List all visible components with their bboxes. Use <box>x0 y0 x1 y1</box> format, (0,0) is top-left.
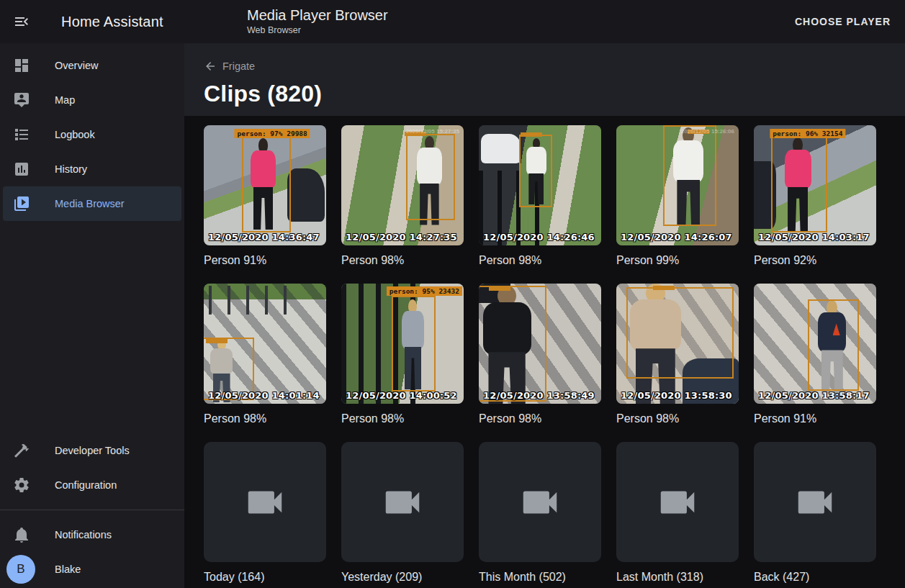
detection-bounding-box <box>242 136 291 232</box>
folder-card-last-month-318[interactable]: Last Month (318) <box>616 442 739 584</box>
folder-thumbnail[interactable] <box>479 442 601 562</box>
page-title-clips: Clips (820) <box>204 81 905 107</box>
clip-scene: 12/05/2020 13:58:49 <box>479 284 601 404</box>
clip-card[interactable]: person: 97% 29988 12/05/2020 14:36:47 Pe… <box>204 125 326 267</box>
clip-thumbnail[interactable]: 12/05/2020 14:01:14 <box>204 284 326 404</box>
detection-label-small <box>521 132 542 137</box>
clip-card[interactable]: 12/05/2020 13:58:30 Person 98% <box>616 284 739 425</box>
clip-scene: 2020/12/05 15:27:35 12/05/2020 14:27:35 <box>341 125 464 245</box>
clip-scene: 12/05/2020 14:01:14 <box>204 284 326 404</box>
detection-label-small <box>206 339 228 343</box>
clip-thumbnail[interactable]: person: 96% 32154 12/05/2020 14:03:17 <box>754 125 876 245</box>
media-browser-header: Frigate Clips (820) <box>184 43 905 116</box>
clip-scene: 2020/12/05 15:26:06 12/05/2020 14:26:07 <box>616 125 739 245</box>
clip-caption: Person 91% <box>754 412 876 425</box>
page-subtitle: Web Browser <box>247 25 388 35</box>
clip-thumbnail[interactable]: 12/05/2020 14:26:46 <box>479 125 601 245</box>
video-camera-icon <box>518 480 562 525</box>
app-header: Home Assistant Media Player Browser Web … <box>0 0 905 43</box>
avatar: B <box>6 555 35 584</box>
folder-card-back-427[interactable]: Back (427) <box>754 442 876 584</box>
sidebar-item-map[interactable]: Map <box>3 83 181 117</box>
folder-caption: This Month (502) <box>479 571 601 584</box>
sidebar-item-overview[interactable]: Overview <box>3 48 181 83</box>
clip-scene: person: 96% 32154 12/05/2020 14:03:17 <box>754 125 876 245</box>
clip-card[interactable]: 2020/12/05 15:27:35 12/05/2020 14:27:35 … <box>341 125 464 267</box>
detection-bounding-box <box>663 125 717 226</box>
folder-thumbnail[interactable] <box>754 442 876 562</box>
sidebar-item-label: Notifications <box>55 529 112 540</box>
sidebar-item-media-browser[interactable]: Media Browser <box>3 186 181 221</box>
detection-label: person: 96% 32154 <box>770 129 845 138</box>
media-browser-icon <box>13 195 30 212</box>
clip-timestamp-overlay: 12/05/2020 13:58:17 <box>758 390 870 401</box>
sidebar-item-user[interactable]: B Blake <box>3 552 181 587</box>
detection-bounding-box <box>479 286 546 401</box>
clip-card[interactable]: 12/05/2020 13:58:49 Person 98% <box>479 284 601 425</box>
folder-caption: Last Month (318) <box>616 571 739 584</box>
sidebar-item-logbook[interactable]: Logbook <box>3 117 181 152</box>
clip-thumbnail[interactable]: person: 97% 29988 12/05/2020 14:36:47 <box>204 125 326 245</box>
clip-timestamp-overlay: 12/05/2020 14:26:07 <box>621 232 732 243</box>
sidebar-toggle-button[interactable] <box>4 4 39 39</box>
folder-card-today-164[interactable]: Today (164) <box>204 442 326 584</box>
clip-caption: Person 92% <box>754 254 876 267</box>
sidebar-item-developer-tools[interactable]: Developer Tools <box>3 433 181 468</box>
map-account-icon <box>13 91 30 109</box>
clip-card[interactable]: 2020/12/05 15:26:06 12/05/2020 14:26:07 … <box>616 125 739 267</box>
history-chart-icon <box>13 160 30 178</box>
folder-card-this-month-502[interactable]: This Month (502) <box>479 442 601 584</box>
sidebar-item-notifications[interactable]: Notifications <box>3 517 181 552</box>
sidebar: Overview Map Logbook History Media Brows… <box>0 43 184 588</box>
detection-label-small <box>653 286 675 290</box>
hammer-icon <box>13 442 30 459</box>
clip-scene: 12/05/2020 14:26:46 <box>479 125 601 245</box>
clip-timestamp-overlay: 12/05/2020 14:00:52 <box>346 390 457 401</box>
logbook-list-icon <box>13 126 30 143</box>
clip-card[interactable]: person: 96% 32154 12/05/2020 14:03:17 Pe… <box>754 125 876 267</box>
clip-thumbnail[interactable]: 2020/12/05 15:26:06 12/05/2020 14:26:07 <box>616 125 739 245</box>
camera-corner-timestamp: 2020/12/05 15:27:35 <box>406 128 459 135</box>
choose-player-button[interactable]: CHOOSE PLAYER <box>789 10 896 33</box>
sidebar-item-configuration[interactable]: Configuration <box>3 468 181 502</box>
clip-thumbnail[interactable]: 12/05/2020 13:58:30 <box>616 284 739 404</box>
clip-thumbnail[interactable]: 12/05/2020 13:58:49 <box>479 284 601 404</box>
clip-scene: 12/05/2020 13:58:17 <box>754 284 876 404</box>
clip-card[interactable]: 12/05/2020 14:01:14 Person 98% <box>204 284 326 425</box>
clip-timestamp-overlay: 12/05/2020 14:36:47 <box>208 232 320 243</box>
scene-prop <box>481 134 520 164</box>
back-arrow-icon <box>204 60 217 73</box>
clip-timestamp-overlay: 12/05/2020 13:58:30 <box>621 390 732 401</box>
video-camera-icon <box>793 480 837 525</box>
camera-corner-timestamp: 2020/12/05 15:26:06 <box>681 128 734 135</box>
scene-prop-2 <box>209 286 289 315</box>
breadcrumb-back[interactable]: Frigate <box>204 60 255 73</box>
folder-thumbnail[interactable] <box>341 442 464 562</box>
video-camera-icon <box>243 480 287 525</box>
gear-icon <box>13 476 30 494</box>
clip-thumbnail[interactable]: 2020/12/05 15:27:35 12/05/2020 14:27:35 <box>341 125 464 245</box>
clip-thumbnail[interactable]: person: 95% 23432 12/05/2020 14:00:52 <box>341 284 464 404</box>
user-name: Blake <box>55 564 81 575</box>
detection-bounding-box <box>771 136 827 232</box>
detection-bounding-box <box>519 135 552 207</box>
folder-thumbnail[interactable] <box>616 442 739 562</box>
bell-icon <box>13 526 30 543</box>
clip-card[interactable]: person: 95% 23432 12/05/2020 14:00:52 Pe… <box>341 284 464 425</box>
folder-caption: Back (427) <box>754 571 876 584</box>
clip-scene: 12/05/2020 13:58:30 <box>616 284 739 404</box>
folder-caption: Yesterday (209) <box>341 571 464 584</box>
video-camera-icon <box>380 480 425 525</box>
sidebar-tool-items: Developer Tools Configuration <box>0 433 184 502</box>
sidebar-item-history[interactable]: History <box>3 152 181 186</box>
folder-thumbnail[interactable] <box>204 442 326 562</box>
detection-bounding-box <box>392 296 436 392</box>
clip-timestamp-overlay: 12/05/2020 14:26:46 <box>483 232 595 243</box>
clip-caption: Person 98% <box>479 254 601 267</box>
detection-label: person: 97% 29988 <box>235 129 310 138</box>
clip-card[interactable]: 12/05/2020 13:58:17 Person 91% <box>754 284 876 425</box>
clip-card[interactable]: 12/05/2020 14:26:46 Person 98% <box>479 125 601 267</box>
page-title: Media Player Browser <box>247 6 388 24</box>
folder-card-yesterday-209[interactable]: Yesterday (209) <box>341 442 464 584</box>
clip-thumbnail[interactable]: 12/05/2020 13:58:17 <box>754 284 876 404</box>
